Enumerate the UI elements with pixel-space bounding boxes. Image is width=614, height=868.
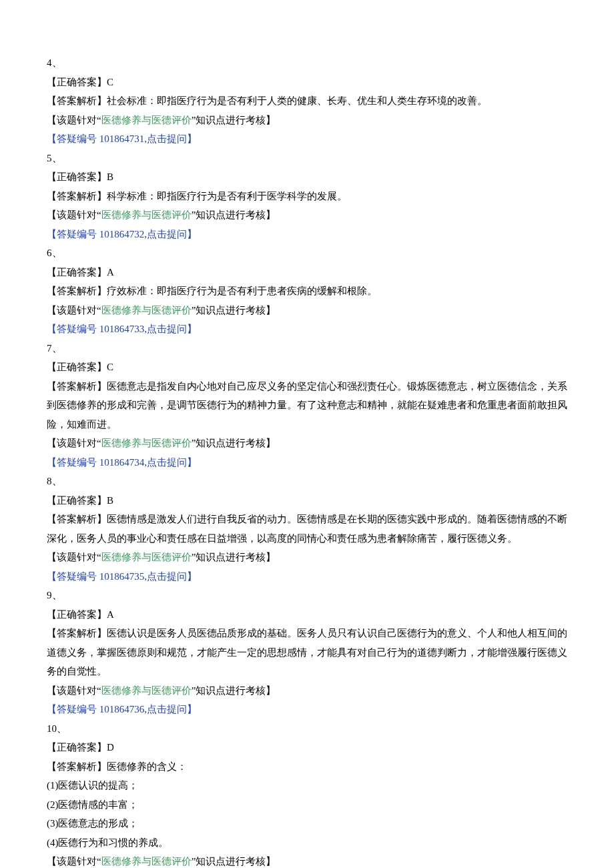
qa-suffix: 】 [187, 457, 197, 468]
analysis-subitem: (2)医德情感的丰富； [47, 795, 567, 815]
correct-answer-label: 【正确答案】 [47, 742, 107, 753]
qa-id: 101864736 [99, 704, 145, 715]
topic-suffix: ”知识点进行考核】 [192, 685, 276, 696]
correct-answer-label: 【正确答案】 [47, 362, 107, 372]
qa-prefix: 【答疑编号 [47, 704, 99, 715]
analysis-label: 【答案解析】 [47, 514, 107, 524]
analysis-subitem: (4)医德行为和习惯的养成。 [47, 833, 567, 853]
topic-suffix: ”知识点进行考核】 [192, 115, 276, 125]
correct-answer-value: D [107, 742, 114, 753]
correct-answer-label: 【正确答案】 [47, 495, 107, 506]
correct-answer-label: 【正确答案】 [47, 171, 107, 182]
correct-answer-value: A [107, 609, 114, 620]
question-number: 5、 [47, 149, 567, 168]
qa-link[interactable]: 【答疑编号 101864736,点击提问】 [47, 700, 567, 719]
topic-name: 医德修养与医德评价 [101, 115, 192, 125]
correct-answer-line: 【正确答案】C [47, 358, 567, 377]
question-number: 10、 [47, 719, 567, 739]
topic-name: 医德修养与医德评价 [101, 856, 192, 867]
correct-answer-value: C [107, 77, 113, 87]
qa-action: 点击提问 [147, 324, 187, 334]
analysis-text: 医德意志是指发自内心地对自己应尽义务的坚定信心和强烈责任心。锻炼医德意志，树立医… [47, 381, 567, 430]
analysis-text: 医德修养的含义： [107, 761, 187, 772]
qa-id: 101864735 [99, 571, 145, 582]
qa-prefix: 【答疑编号 [47, 133, 99, 144]
topic-prefix: 【该题针对“ [47, 685, 101, 696]
correct-answer-label: 【正确答案】 [47, 609, 107, 620]
qa-link[interactable]: 【答疑编号 101864733,点击提问】 [47, 320, 567, 339]
analysis-text: 科学标准：即指医疗行为是否有利于医学科学的发展。 [107, 191, 347, 201]
analysis-label: 【答案解析】 [47, 286, 107, 296]
analysis-label: 【答案解析】 [47, 191, 107, 201]
qa-suffix: 】 [187, 229, 197, 240]
analysis-text: 疗效标准：即指医疗行为是否有利于患者疾病的缓解和根除。 [107, 286, 377, 296]
topic-suffix: ”知识点进行考核】 [192, 552, 276, 562]
analysis-text: 医德情感是激发人们进行自我反省的动力。医德情感是在长期的医德实践中形成的。随着医… [47, 514, 567, 544]
document-page: 4、【正确答案】C【答案解析】社会标准：即指医疗行为是否有利于人类的健康、长寿、… [0, 0, 614, 868]
question-number: 9、 [47, 586, 567, 605]
qa-link[interactable]: 【答疑编号 101864731,点击提问】 [47, 129, 567, 149]
analysis-line: 【答案解析】医德意志是指发自内心地对自己应尽义务的坚定信心和强烈责任心。锻炼医德… [47, 377, 567, 434]
analysis-line: 【答案解析】疗效标准：即指医疗行为是否有利于患者疾病的缓解和根除。 [47, 282, 567, 301]
correct-answer-line: 【正确答案】B [47, 491, 567, 510]
qa-action: 点击提问 [147, 704, 187, 715]
topic-prefix: 【该题针对“ [47, 438, 101, 448]
qa-suffix: 】 [187, 571, 197, 582]
correct-answer-line: 【正确答案】C [47, 73, 567, 92]
correct-answer-label: 【正确答案】 [47, 77, 107, 87]
qa-link[interactable]: 【答疑编号 101864734,点击提问】 [47, 453, 567, 472]
analysis-line: 【答案解析】医德认识是医务人员医德品质形成的基础。医务人员只有认识自己医德行为的… [47, 624, 567, 681]
qa-id: 101864731 [99, 133, 145, 144]
correct-answer-line: 【正确答案】A [47, 263, 567, 282]
qa-action: 点击提问 [147, 457, 187, 468]
analysis-text: 医德认识是医务人员医德品质形成的基础。医务人员只有认识自己医德行为的意义、个人和… [47, 628, 567, 677]
topic-name: 医德修养与医德评价 [101, 685, 192, 696]
topic-prefix: 【该题针对“ [47, 305, 101, 316]
qa-prefix: 【答疑编号 [47, 229, 99, 240]
correct-answer-value: B [107, 495, 113, 506]
topic-prefix: 【该题针对“ [47, 209, 101, 220]
qa-link[interactable]: 【答疑编号 101864732,点击提问】 [47, 225, 567, 244]
analysis-line: 【答案解析】社会标准：即指医疗行为是否有利于人类的健康、长寿、优生和人类生存环境… [47, 91, 567, 111]
correct-answer-line: 【正确答案】B [47, 167, 567, 187]
analysis-label: 【答案解析】 [47, 381, 107, 392]
question-number: 8、 [47, 472, 567, 491]
correct-answer-line: 【正确答案】D [47, 738, 567, 757]
topic-prefix: 【该题针对“ [47, 856, 101, 867]
topic-name: 医德修养与医德评价 [101, 305, 192, 316]
correct-answer-line: 【正确答案】A [47, 605, 567, 624]
qa-id: 101864734 [99, 457, 145, 468]
topic-line: 【该题针对“医德修养与医德评价”知识点进行考核】 [47, 301, 567, 320]
qa-id: 101864732 [99, 229, 145, 240]
topic-line: 【该题针对“医德修养与医德评价”知识点进行考核】 [47, 434, 567, 453]
qa-suffix: 】 [187, 133, 197, 144]
topic-name: 医德修养与医德评价 [101, 209, 192, 220]
correct-answer-label: 【正确答案】 [47, 267, 107, 278]
qa-action: 点击提问 [147, 571, 187, 582]
qa-suffix: 】 [187, 704, 197, 715]
qa-suffix: 】 [187, 324, 197, 334]
analysis-subitem: (3)医德意志的形成； [47, 814, 567, 833]
qa-link[interactable]: 【答疑编号 101864735,点击提问】 [47, 567, 567, 586]
topic-line: 【该题针对“医德修养与医德评价”知识点进行考核】 [47, 205, 567, 225]
topic-suffix: ”知识点进行考核】 [192, 856, 276, 867]
topic-name: 医德修养与医德评价 [101, 552, 192, 562]
topic-line: 【该题针对“医德修养与医德评价”知识点进行考核】 [47, 111, 567, 130]
analysis-line: 【答案解析】医德情感是激发人们进行自我反省的动力。医德情感是在长期的医德实践中形… [47, 510, 567, 548]
topic-line: 【该题针对“医德修养与医德评价”知识点进行考核】 [47, 681, 567, 701]
analysis-line: 【答案解析】科学标准：即指医疗行为是否有利于医学科学的发展。 [47, 187, 567, 206]
topic-suffix: ”知识点进行考核】 [192, 438, 276, 448]
analysis-label: 【答案解析】 [47, 761, 107, 772]
correct-answer-value: C [107, 362, 113, 372]
qa-prefix: 【答疑编号 [47, 324, 99, 334]
topic-prefix: 【该题针对“ [47, 552, 101, 562]
qa-id: 101864733 [99, 324, 145, 334]
qa-prefix: 【答疑编号 [47, 571, 99, 582]
qa-action: 点击提问 [147, 133, 187, 144]
topic-line: 【该题针对“医德修养与医德评价”知识点进行考核】 [47, 548, 567, 567]
topic-suffix: ”知识点进行考核】 [192, 305, 276, 316]
qa-action: 点击提问 [147, 229, 187, 240]
correct-answer-value: B [107, 171, 113, 182]
question-number: 4、 [47, 53, 567, 73]
topic-name: 医德修养与医德评价 [101, 438, 192, 448]
